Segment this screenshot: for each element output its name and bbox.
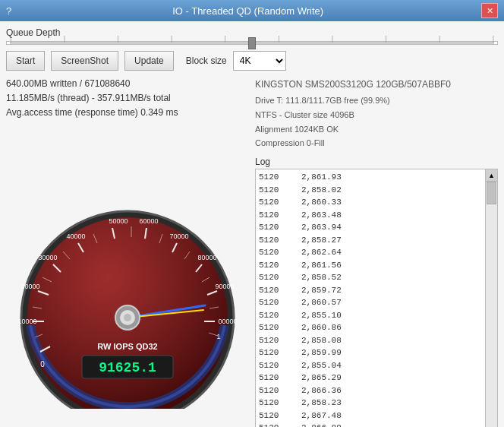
log-col-value: 2,860.33 [301, 196, 342, 209]
log-col-value: 2,863.48 [301, 209, 342, 222]
log-col-queue: 5120 [259, 321, 289, 334]
log-col-queue: 5120 [259, 397, 289, 410]
log-col-value: 2,866.36 [301, 384, 342, 397]
log-col-value: 2,861.93 [301, 171, 342, 184]
window-controls: ✕ [481, 3, 498, 18]
log-row: 51202,858.02 [259, 184, 482, 197]
svg-point-44 [124, 314, 131, 321]
svg-text:50000: 50000 [109, 217, 128, 225]
log-col-value: 2,858.27 [301, 234, 342, 247]
gauge-container: 0 10000 20000 30000 40000 50000 60000 70… [6, 125, 249, 427]
stat-speed: 11.185MB/s (thread) - 357.911MB/s total [6, 91, 249, 106]
log-col-queue: 5120 [259, 334, 289, 347]
log-row: 51202,860.86 [259, 321, 482, 334]
svg-text:20000: 20000 [20, 283, 39, 290]
queue-depth-slider[interactable]: | | | | | | | | | | [6, 41, 498, 45]
stats-text: 640.00MB written / 671088640 11.185MB/s … [6, 77, 249, 121]
log-row: 51202,859.99 [259, 346, 482, 359]
log-row: 51202,863.94 [259, 221, 482, 234]
block-size-select[interactable]: 4K 512B 1K 2K 8K 16K 32K 64K 128K 256K 5… [233, 51, 286, 71]
log-col-value: 2,865.29 [301, 372, 342, 384]
log-col-value: 2,855.04 [301, 359, 342, 372]
screenshot-button[interactable]: ScreenShot [51, 51, 118, 71]
right-panel: KINGSTON SMS200S3120G 120GB/507ABBF0 Dri… [255, 77, 498, 427]
log-row: 51202,866.89 [259, 422, 482, 427]
log-col-queue: 5120 [259, 171, 289, 184]
log-row: 51202,862.64 [259, 246, 482, 259]
log-col-value: 2,867.48 [301, 410, 342, 422]
log-col-value: 2,866.89 [301, 422, 342, 427]
log-col-queue: 5120 [259, 296, 289, 309]
log-col-value: 2,859.72 [301, 284, 342, 297]
device-alignment: Alignment 1024KB OK [255, 122, 498, 137]
block-size-label: Block size [186, 55, 227, 66]
log-row: 51202,858.52 [259, 271, 482, 284]
left-panel: 640.00MB written / 671088640 11.185MB/s … [6, 77, 249, 427]
log-col-queue: 5120 [259, 196, 289, 209]
log-row: 51202,858.27 [259, 234, 482, 247]
log-col-value: 2,858.23 [301, 397, 342, 410]
start-button[interactable]: Start [6, 51, 45, 71]
log-row: 51202,855.04 [259, 359, 482, 372]
title-bar: ? IO - Threaded QD (Random Write) ✕ [0, 0, 504, 21]
log-col-value: 2,862.64 [301, 246, 342, 259]
log-col-queue: 5120 [259, 384, 289, 397]
log-col-value: 2,858.52 [301, 271, 342, 284]
log-row: 51202,867.48 [259, 410, 482, 422]
stat-access: Avg.access time (response time) 0.349 ms [6, 106, 249, 120]
log-col-value: 2,861.56 [301, 259, 342, 272]
device-name: KINGSTON SMS200S3120G 120GB/507ABBF0 [255, 77, 498, 92]
svg-text:91625.1: 91625.1 [99, 360, 156, 375]
log-row: 51202,866.36 [259, 384, 482, 397]
svg-text:80000: 80000 [197, 254, 216, 261]
log-col-queue: 5120 [259, 284, 289, 297]
log-content[interactable]: 51202,861.9351202,858.0251202,860.335120… [256, 169, 485, 427]
log-col-queue: 5120 [259, 346, 289, 359]
window-title: IO - Threaded QD (Random Write) [14, 5, 481, 17]
log-col-queue: 5120 [259, 234, 289, 247]
body-row: 640.00MB written / 671088640 11.185MB/s … [6, 77, 498, 427]
log-col-value: 2,863.94 [301, 221, 342, 234]
log-col-queue: 5120 [259, 410, 289, 422]
close-button[interactable]: ✕ [481, 3, 498, 18]
log-col-value: 2,860.86 [301, 321, 342, 334]
log-row: 51202,865.29 [259, 372, 482, 384]
svg-text:40000: 40000 [66, 232, 85, 240]
device-info: KINGSTON SMS200S3120G 120GB/507ABBF0 Dri… [255, 77, 498, 150]
log-row: 51202,858.23 [259, 397, 482, 410]
update-button[interactable]: Update [124, 51, 174, 71]
log-container: 51202,861.9351202,858.0251202,860.335120… [255, 169, 498, 427]
log-row: 51202,860.33 [259, 196, 482, 209]
log-col-value: 2,859.99 [301, 346, 342, 359]
svg-text:10000: 10000 [17, 318, 36, 325]
log-row: 51202,855.10 [259, 309, 482, 322]
log-col-value: 2,858.02 [301, 184, 342, 197]
controls-row: Start ScreenShot Update Block size 4K 51… [6, 51, 498, 71]
svg-text:60000: 60000 [139, 217, 158, 225]
log-col-queue: 5120 [259, 184, 289, 197]
log-col-queue: 5120 [259, 246, 289, 259]
log-row: 51202,861.93 [259, 171, 482, 184]
log-col-queue: 5120 [259, 372, 289, 384]
log-row: 51202,860.57 [259, 296, 482, 309]
log-col-value: 2,860.57 [301, 296, 342, 309]
log-col-value: 2,858.08 [301, 334, 342, 347]
log-col-queue: 5120 [259, 271, 289, 284]
log-row: 51202,858.08 [259, 334, 482, 347]
svg-text:00000: 00000 [218, 318, 237, 325]
log-col-queue: 5120 [259, 309, 289, 322]
log-row: 51202,859.72 [259, 284, 482, 297]
svg-text:0: 0 [40, 360, 45, 368]
log-col-queue: 5120 [259, 209, 289, 222]
help-button[interactable]: ? [6, 5, 11, 17]
log-col-queue: 5120 [259, 422, 289, 427]
log-row: 51202,863.48 [259, 209, 482, 222]
scrollbar[interactable]: ▲ ▼ [485, 169, 497, 427]
svg-text:RW IOPS QD32: RW IOPS QD32 [97, 342, 157, 351]
main-content: Queue Depth | | | | | | | | | | Start Sc… [0, 21, 504, 427]
log-label: Log [255, 157, 498, 167]
stat-written: 640.00MB written / 671088640 [6, 77, 249, 91]
log-row: 51202,861.56 [259, 259, 482, 272]
log-col-queue: 5120 [259, 359, 289, 372]
svg-text:90000: 90000 [215, 283, 234, 290]
